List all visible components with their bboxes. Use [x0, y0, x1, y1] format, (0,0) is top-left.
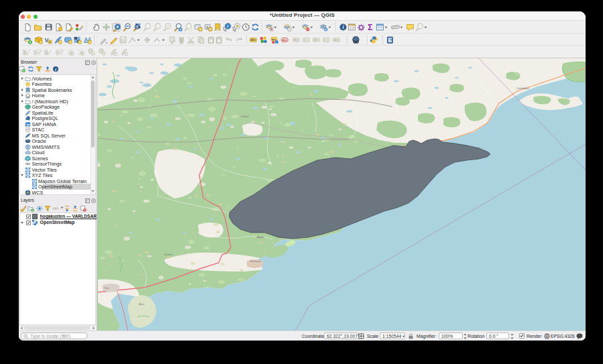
svg-text:Ornskoldsvik: Ornskoldsvik — [516, 87, 529, 90]
svg-text:Solleftea: Solleftea — [241, 115, 250, 118]
svg-text:abc: abc — [293, 38, 298, 42]
svg-text:i: i — [227, 23, 228, 28]
svg-text:SAP: SAP — [26, 123, 30, 126]
svg-text:V: V — [45, 36, 49, 43]
svg-text:abc: abc — [250, 38, 256, 42]
svg-text:abc: abc — [271, 37, 276, 40]
svg-text:Timra: Timra — [104, 287, 109, 290]
svg-text:Alnon: Alnon — [139, 303, 144, 306]
svg-text:i: i — [55, 67, 56, 72]
svg-text:Harnosand: Harnosand — [250, 260, 261, 263]
svg-text:?: ? — [389, 38, 392, 42]
svg-text:Kramfors: Kramfors — [164, 253, 173, 256]
svg-text:Σ: Σ — [368, 23, 372, 32]
svg-text:abc: abc — [282, 38, 287, 42]
svg-text:abc: abc — [334, 38, 339, 42]
svg-text:abc: abc — [313, 38, 319, 42]
svg-text:Mjalton: Mjalton — [257, 236, 264, 239]
